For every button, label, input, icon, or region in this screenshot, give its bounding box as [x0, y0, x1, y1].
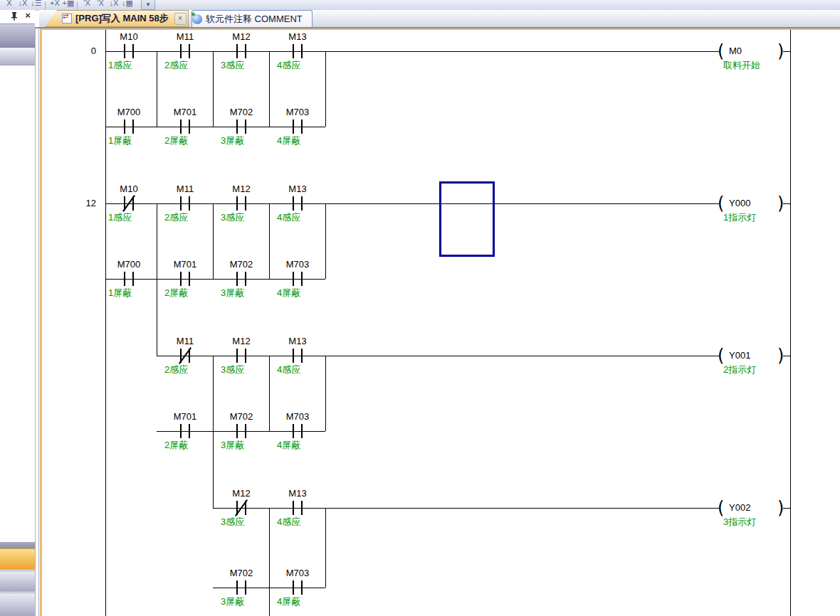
device-comment: 4屏蔽 — [277, 287, 300, 299]
contact-nc[interactable] — [233, 501, 251, 515]
right-power-rail — [790, 30, 791, 616]
toolbar-icon[interactable]: ↓X — [16, 0, 29, 9]
toolbar-icon[interactable]: +▦ — [62, 0, 75, 9]
wire — [269, 356, 270, 431]
toolbar-icon[interactable]: X — [3, 0, 16, 9]
step-number: 12 — [70, 198, 96, 208]
wire — [325, 51, 326, 127]
device-label: M11 — [162, 184, 208, 194]
toolbar-icon[interactable]: 'X — [94, 0, 107, 9]
wire — [213, 508, 719, 509]
contact-no[interactable] — [233, 580, 251, 595]
ladder-editor[interactable] — [42, 30, 840, 616]
device-comment: 4屏蔽 — [277, 595, 300, 608]
device-label: M703 — [275, 568, 320, 578]
gx-works2-window: X ↓X ↓☰ +X +▦ 'X 'X ↓X ↓▦ ▾ × — [0, 0, 840, 616]
device-label: M702 — [219, 568, 264, 578]
device-comment: 3屏蔽 — [221, 595, 244, 608]
panel-button[interactable] — [0, 570, 35, 592]
contact-no[interactable] — [290, 196, 307, 211]
contact-no[interactable] — [290, 44, 307, 58]
panel-button[interactable] — [0, 23, 35, 48]
device-comment-icon — [192, 14, 202, 24]
contact-no[interactable] — [290, 349, 307, 363]
contact-no[interactable] — [121, 120, 138, 134]
contact-no[interactable] — [233, 196, 251, 211]
device-label: M701 — [162, 107, 208, 117]
contact-no[interactable] — [177, 120, 194, 134]
toolbar-icon[interactable]: ↓▦ — [121, 0, 134, 9]
contact-no[interactable] — [290, 120, 307, 134]
panel-divider — [38, 27, 39, 616]
device-label: M12 — [219, 488, 264, 499]
edit-cursor[interactable] — [439, 181, 495, 257]
toolbar-separator — [45, 1, 46, 10]
wire — [325, 356, 326, 431]
toolbar-icon[interactable]: 'X — [80, 0, 93, 9]
contact-no[interactable] — [177, 272, 194, 286]
device-label: M702 — [219, 411, 264, 422]
device-comment: 2屏蔽 — [164, 439, 188, 452]
contact-no[interactable] — [233, 120, 251, 134]
contact-no[interactable] — [290, 424, 307, 438]
contact-no[interactable] — [233, 424, 251, 438]
tab-prg-main[interactable]: [PRG]写入 MAIN 58步 × — [45, 10, 189, 27]
device-comment: 1屏蔽 — [108, 287, 132, 299]
wire — [783, 203, 790, 204]
device-comment: 3屏蔽 — [221, 439, 244, 452]
contact-no[interactable] — [177, 196, 194, 211]
contact-no[interactable] — [121, 272, 138, 286]
device-comment: 2感应 — [164, 211, 188, 224]
wire — [157, 203, 157, 356]
coil-device: Y002 — [729, 502, 750, 513]
device-comment: 3屏蔽 — [221, 134, 244, 147]
device-label: M13 — [275, 184, 320, 194]
panel-button[interactable] — [0, 48, 35, 65]
document-tab-bar: [PRG]写入 MAIN 58步 × 软元件注释 COMMENT — [39, 10, 840, 27]
panel-button[interactable] — [0, 593, 35, 616]
device-label: M702 — [219, 107, 264, 117]
device-comment: 4屏蔽 — [277, 134, 300, 147]
pin-icon[interactable] — [10, 11, 19, 21]
wire — [783, 508, 790, 509]
device-label: M11 — [162, 31, 208, 42]
device-comment: 1感应 — [108, 59, 132, 72]
contact-no[interactable] — [290, 272, 307, 286]
tab-device-comment[interactable]: 软元件注释 COMMENT — [191, 10, 313, 28]
device-comment-toolbar: X ↓X ↓☰ +X +▦ 'X 'X ↓X ↓▦ ▾ — [0, 0, 840, 11]
panel-splitter[interactable] — [0, 542, 35, 548]
device-comment: 2屏蔽 — [164, 134, 188, 147]
contact-no[interactable] — [233, 349, 251, 363]
contact-no[interactable] — [177, 424, 194, 438]
contact-nc[interactable] — [121, 196, 138, 211]
device-comment: 2屏蔽 — [164, 287, 188, 299]
contact-no[interactable] — [121, 44, 138, 58]
wire — [213, 203, 214, 279]
device-comment: 3感应 — [221, 59, 244, 72]
coil-close-paren — [777, 41, 784, 61]
contact-no[interactable] — [177, 44, 194, 58]
tab-close-button[interactable]: × — [174, 13, 187, 25]
contact-nc[interactable] — [177, 349, 194, 363]
wire — [269, 51, 270, 127]
panel-button-active[interactable] — [0, 548, 35, 570]
coil-close-paren — [777, 346, 784, 366]
docked-panel: × — [0, 10, 35, 616]
toolbar-icon[interactable]: +X — [48, 0, 61, 9]
contact-no[interactable] — [233, 44, 251, 58]
tab-label: [PRG]写入 MAIN 58步 — [75, 12, 169, 25]
toolbar-overflow-button[interactable]: ▾ — [141, 0, 155, 10]
close-icon[interactable]: × — [23, 10, 33, 21]
coil-device: Y000 — [729, 198, 750, 208]
device-label: M10 — [106, 184, 152, 194]
contact-no[interactable] — [290, 580, 307, 595]
toolbar-icon[interactable]: ↓☰ — [30, 0, 43, 9]
wire — [783, 51, 790, 52]
tab-label: 软元件注释 COMMENT — [206, 13, 303, 26]
coil-comment: 1指示灯 — [723, 211, 756, 224]
device-label: M700 — [106, 107, 152, 117]
contact-no[interactable] — [290, 501, 307, 515]
contact-no[interactable] — [233, 272, 251, 286]
toolbar-icon[interactable]: ↓X — [107, 0, 120, 9]
device-comment: 1感应 — [108, 211, 132, 224]
